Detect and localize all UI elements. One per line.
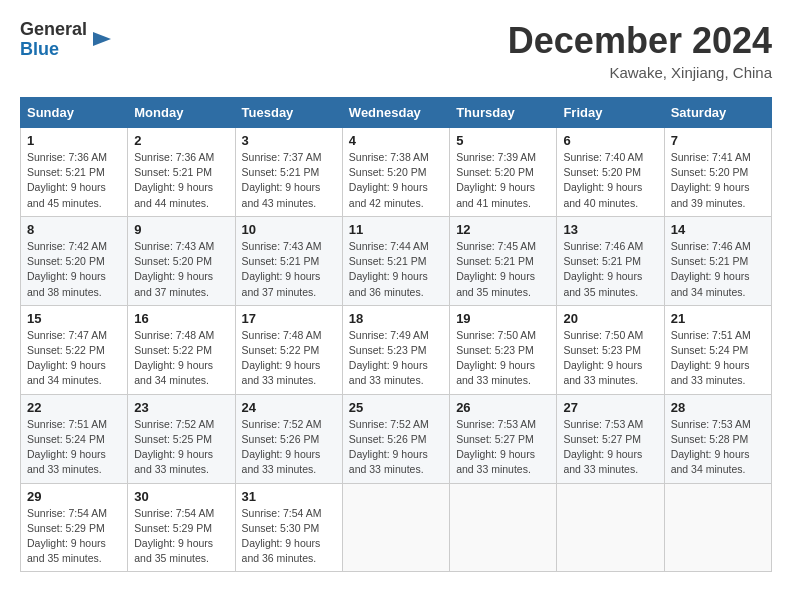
calendar-day-cell: 2Sunrise: 7:36 AMSunset: 5:21 PMDaylight… [128,128,235,217]
day-number: 4 [349,133,443,148]
calendar-table: SundayMondayTuesdayWednesdayThursdayFrid… [20,97,772,572]
location: Kawake, Xinjiang, China [508,64,772,81]
day-number: 27 [563,400,657,415]
calendar-day-cell: 10Sunrise: 7:43 AMSunset: 5:21 PMDayligh… [235,216,342,305]
day-info: Sunrise: 7:45 AMSunset: 5:21 PMDaylight:… [456,239,550,300]
day-info: Sunrise: 7:49 AMSunset: 5:23 PMDaylight:… [349,328,443,389]
day-number: 21 [671,311,765,326]
weekday-header-cell: Monday [128,98,235,128]
day-number: 5 [456,133,550,148]
calendar-week-row: 1Sunrise: 7:36 AMSunset: 5:21 PMDaylight… [21,128,772,217]
day-number: 1 [27,133,121,148]
calendar-day-cell: 29Sunrise: 7:54 AMSunset: 5:29 PMDayligh… [21,483,128,572]
day-info: Sunrise: 7:52 AMSunset: 5:26 PMDaylight:… [349,417,443,478]
page-header: General Blue December 2024 Kawake, Xinji… [20,20,772,81]
day-number: 10 [242,222,336,237]
calendar-week-row: 29Sunrise: 7:54 AMSunset: 5:29 PMDayligh… [21,483,772,572]
weekday-header-row: SundayMondayTuesdayWednesdayThursdayFrid… [21,98,772,128]
weekday-header-cell: Sunday [21,98,128,128]
day-info: Sunrise: 7:48 AMSunset: 5:22 PMDaylight:… [242,328,336,389]
logo: General Blue [20,20,113,60]
calendar-day-cell: 26Sunrise: 7:53 AMSunset: 5:27 PMDayligh… [450,394,557,483]
svg-marker-0 [93,32,111,46]
calendar-day-cell: 28Sunrise: 7:53 AMSunset: 5:28 PMDayligh… [664,394,771,483]
logo-text: General Blue [20,20,113,60]
day-number: 11 [349,222,443,237]
calendar-day-cell: 17Sunrise: 7:48 AMSunset: 5:22 PMDayligh… [235,305,342,394]
calendar-day-cell: 31Sunrise: 7:54 AMSunset: 5:30 PMDayligh… [235,483,342,572]
day-info: Sunrise: 7:54 AMSunset: 5:29 PMDaylight:… [134,506,228,567]
day-number: 2 [134,133,228,148]
calendar-week-row: 15Sunrise: 7:47 AMSunset: 5:22 PMDayligh… [21,305,772,394]
day-number: 6 [563,133,657,148]
day-info: Sunrise: 7:52 AMSunset: 5:26 PMDaylight:… [242,417,336,478]
calendar-day-cell: 18Sunrise: 7:49 AMSunset: 5:23 PMDayligh… [342,305,449,394]
logo-general: General [20,20,87,40]
calendar-day-cell: 4Sunrise: 7:38 AMSunset: 5:20 PMDaylight… [342,128,449,217]
calendar-day-cell: 5Sunrise: 7:39 AMSunset: 5:20 PMDaylight… [450,128,557,217]
calendar-week-row: 22Sunrise: 7:51 AMSunset: 5:24 PMDayligh… [21,394,772,483]
day-info: Sunrise: 7:38 AMSunset: 5:20 PMDaylight:… [349,150,443,211]
calendar-day-cell: 23Sunrise: 7:52 AMSunset: 5:25 PMDayligh… [128,394,235,483]
day-number: 7 [671,133,765,148]
calendar-day-cell [450,483,557,572]
title-area: December 2024 Kawake, Xinjiang, China [508,20,772,81]
day-number: 31 [242,489,336,504]
day-info: Sunrise: 7:47 AMSunset: 5:22 PMDaylight:… [27,328,121,389]
day-info: Sunrise: 7:40 AMSunset: 5:20 PMDaylight:… [563,150,657,211]
calendar-day-cell: 30Sunrise: 7:54 AMSunset: 5:29 PMDayligh… [128,483,235,572]
calendar-day-cell: 15Sunrise: 7:47 AMSunset: 5:22 PMDayligh… [21,305,128,394]
day-info: Sunrise: 7:42 AMSunset: 5:20 PMDaylight:… [27,239,121,300]
day-info: Sunrise: 7:36 AMSunset: 5:21 PMDaylight:… [134,150,228,211]
day-number: 17 [242,311,336,326]
day-number: 19 [456,311,550,326]
calendar-day-cell: 19Sunrise: 7:50 AMSunset: 5:23 PMDayligh… [450,305,557,394]
day-info: Sunrise: 7:53 AMSunset: 5:27 PMDaylight:… [563,417,657,478]
logo-blue: Blue [20,40,87,60]
day-number: 16 [134,311,228,326]
month-title: December 2024 [508,20,772,62]
day-number: 28 [671,400,765,415]
weekday-header-cell: Friday [557,98,664,128]
day-number: 12 [456,222,550,237]
weekday-header-cell: Thursday [450,98,557,128]
day-info: Sunrise: 7:51 AMSunset: 5:24 PMDaylight:… [671,328,765,389]
day-number: 14 [671,222,765,237]
calendar-day-cell: 7Sunrise: 7:41 AMSunset: 5:20 PMDaylight… [664,128,771,217]
day-number: 30 [134,489,228,504]
calendar-day-cell: 21Sunrise: 7:51 AMSunset: 5:24 PMDayligh… [664,305,771,394]
day-number: 9 [134,222,228,237]
day-number: 29 [27,489,121,504]
calendar-day-cell: 12Sunrise: 7:45 AMSunset: 5:21 PMDayligh… [450,216,557,305]
day-number: 22 [27,400,121,415]
day-number: 23 [134,400,228,415]
day-info: Sunrise: 7:43 AMSunset: 5:21 PMDaylight:… [242,239,336,300]
calendar-day-cell: 14Sunrise: 7:46 AMSunset: 5:21 PMDayligh… [664,216,771,305]
calendar-day-cell: 27Sunrise: 7:53 AMSunset: 5:27 PMDayligh… [557,394,664,483]
day-info: Sunrise: 7:44 AMSunset: 5:21 PMDaylight:… [349,239,443,300]
calendar-day-cell: 6Sunrise: 7:40 AMSunset: 5:20 PMDaylight… [557,128,664,217]
calendar-day-cell: 1Sunrise: 7:36 AMSunset: 5:21 PMDaylight… [21,128,128,217]
day-info: Sunrise: 7:54 AMSunset: 5:29 PMDaylight:… [27,506,121,567]
day-number: 13 [563,222,657,237]
day-info: Sunrise: 7:50 AMSunset: 5:23 PMDaylight:… [456,328,550,389]
calendar-day-cell: 22Sunrise: 7:51 AMSunset: 5:24 PMDayligh… [21,394,128,483]
weekday-header-cell: Wednesday [342,98,449,128]
day-info: Sunrise: 7:37 AMSunset: 5:21 PMDaylight:… [242,150,336,211]
calendar-day-cell: 25Sunrise: 7:52 AMSunset: 5:26 PMDayligh… [342,394,449,483]
calendar-day-cell: 11Sunrise: 7:44 AMSunset: 5:21 PMDayligh… [342,216,449,305]
day-info: Sunrise: 7:50 AMSunset: 5:23 PMDaylight:… [563,328,657,389]
logo-arrow-icon [91,28,113,50]
day-info: Sunrise: 7:53 AMSunset: 5:28 PMDaylight:… [671,417,765,478]
day-info: Sunrise: 7:39 AMSunset: 5:20 PMDaylight:… [456,150,550,211]
day-info: Sunrise: 7:54 AMSunset: 5:30 PMDaylight:… [242,506,336,567]
calendar-day-cell: 8Sunrise: 7:42 AMSunset: 5:20 PMDaylight… [21,216,128,305]
day-number: 18 [349,311,443,326]
day-info: Sunrise: 7:48 AMSunset: 5:22 PMDaylight:… [134,328,228,389]
day-info: Sunrise: 7:41 AMSunset: 5:20 PMDaylight:… [671,150,765,211]
weekday-header-cell: Saturday [664,98,771,128]
day-info: Sunrise: 7:52 AMSunset: 5:25 PMDaylight:… [134,417,228,478]
weekday-header-cell: Tuesday [235,98,342,128]
day-number: 20 [563,311,657,326]
day-info: Sunrise: 7:46 AMSunset: 5:21 PMDaylight:… [671,239,765,300]
